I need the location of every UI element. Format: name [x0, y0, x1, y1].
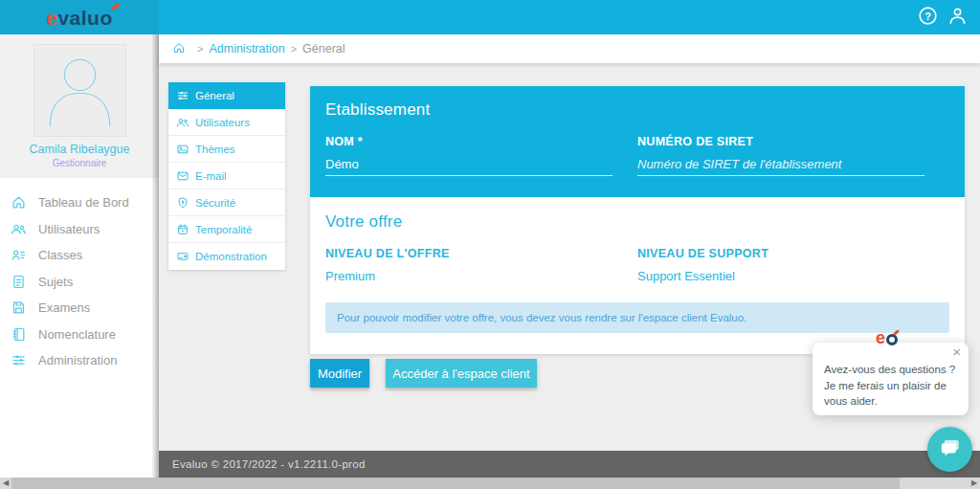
sidebar-item-classes[interactable]: Classes: [0, 242, 159, 269]
breadcrumb-separator: >: [291, 43, 297, 55]
notebook-icon: [11, 326, 27, 343]
sidebar-item-label: Sujets: [38, 275, 73, 289]
app-window: evaluo ? >Administration>Géneral Camila …: [0, 0, 980, 489]
settings-tab-utilisateurs[interactable]: Utilisateurs: [168, 109, 285, 136]
main-panel: Etablissement NOM * Démo NUMÉRO DE SIRET…: [310, 86, 965, 354]
settings-tab-label: E-mail: [195, 170, 227, 182]
sidebar-item-label: Examens: [38, 300, 90, 315]
footer-version-text: Evaluo © 2017/2022 - v1.2211.0-prod: [172, 458, 366, 470]
shield-icon: [176, 196, 189, 210]
svg-text:?: ?: [924, 11, 931, 22]
settings-submenu: GéneralUtilisateursThèmesE-mailSécuritéT…: [168, 82, 285, 270]
user-role: Gestionnaire: [0, 158, 159, 168]
account-button[interactable]: [945, 5, 970, 31]
breadcrumb-administration[interactable]: Administration: [209, 42, 284, 56]
sliders-icon: [176, 89, 189, 102]
support-level-value: Support Essentiel: [637, 269, 924, 287]
settings-tab-label: Sécurité: [195, 197, 235, 209]
offer-level-value: Premium: [325, 269, 612, 287]
logo-letter-e: e: [46, 7, 57, 29]
calendar-icon: [176, 223, 189, 236]
sidebar: Camila Ribelaygue Gestionnaire Tableau d…: [0, 34, 159, 478]
sidebar-item-label: Administration: [38, 353, 117, 367]
footer: Evaluo © 2017/2022 - v1.2211.0-prod: [159, 451, 980, 478]
home-icon: [11, 194, 27, 211]
settings-tab-label: Géneral: [195, 90, 234, 101]
chat-launcher-button[interactable]: [927, 427, 972, 472]
users-icon: [11, 221, 27, 237]
nom-label: NOM *: [325, 135, 612, 148]
settings-tab-general[interactable]: Géneral: [168, 82, 285, 109]
settings-tab-securite[interactable]: Sécurité: [168, 189, 285, 216]
breadcrumb-separator: >: [197, 43, 203, 55]
settings-tab-label: Utilisateurs: [195, 117, 250, 128]
person-card-icon: [11, 247, 27, 263]
card-icon: [176, 250, 189, 263]
account-icon: [947, 5, 969, 31]
sidebar-item-label: Classes: [38, 248, 82, 262]
settings-tab-demonstration[interactable]: Démonstration: [168, 243, 285, 270]
close-icon[interactable]: ×: [952, 345, 961, 359]
mail-icon: [176, 169, 189, 183]
eo-mini-logo: e: [876, 324, 898, 345]
image-icon: [176, 143, 189, 156]
header-actions: ?: [915, 5, 970, 31]
offer-level-label: NIVEAU DE L'OFFRE: [325, 247, 612, 260]
settings-tab-e-mail[interactable]: E-mail: [168, 163, 285, 189]
logo-accent-mark: [111, 2, 120, 10]
avatar: [33, 44, 126, 137]
sidebar-item-label: Utilisateurs: [38, 222, 100, 236]
etablissement-section: Etablissement NOM * Démo NUMÉRO DE SIRET…: [310, 86, 965, 197]
settings-tab-themes[interactable]: Thèmes: [168, 136, 285, 163]
evaluo-logo[interactable]: evaluo: [0, 0, 159, 34]
sidebar-menu: Tableau de BordUtilisateursClassesSujets…: [0, 178, 159, 374]
settings-tab-temporalite[interactable]: Temporalité: [168, 216, 285, 243]
top-header: evaluo ?: [0, 0, 980, 34]
sliders-icon: [11, 352, 27, 368]
user-name[interactable]: Camila Ribelaygue: [0, 143, 159, 156]
client-space-button[interactable]: Accéder à l'espace client: [386, 359, 537, 388]
sidebar-item-label: Tableau de Bord: [38, 195, 129, 210]
siret-input[interactable]: Numéro de SIRET de l'établissement: [637, 157, 924, 176]
sidebar-item-utilisateurs[interactable]: Utilisateurs: [0, 216, 159, 243]
home-icon: [172, 41, 186, 57]
breadcrumb: >Administration>Géneral: [159, 34, 980, 63]
evaluo-logo-text: evaluo: [46, 8, 113, 28]
sidebar-item-administration[interactable]: Administration: [0, 347, 159, 374]
sidebar-item-sujets[interactable]: Sujets: [0, 269, 159, 296]
help-button[interactable]: ?: [915, 5, 941, 31]
user-card: Camila Ribelaygue Gestionnaire: [0, 34, 159, 178]
breadcrumb-items: >Administration>Géneral: [191, 42, 345, 56]
sidebar-item-nomenclature[interactable]: Nomenclature: [0, 322, 159, 348]
save-icon: [11, 300, 27, 316]
horizontal-scrollbar[interactable]: ◀ ▶: [0, 478, 980, 489]
offre-title: Votre offre: [325, 212, 949, 232]
offre-section: Votre offre NIVEAU DE L'OFFRE Premium NI…: [310, 197, 965, 354]
scroll-left-arrow-icon[interactable]: ◀: [0, 478, 11, 489]
sidebar-item-examens[interactable]: Examens: [0, 295, 159, 322]
document-icon: [11, 274, 27, 290]
logo-letters-valu: valu: [57, 7, 100, 29]
siret-label: NUMÉRO DE SIRET: [637, 135, 924, 148]
help-icon: ?: [917, 5, 939, 31]
offer-notice: Pour pouvoir modifier votre offre, vous …: [325, 302, 949, 333]
support-level-label: NIVEAU DE SUPPORT: [637, 247, 924, 260]
users-icon: [176, 116, 189, 129]
modify-button[interactable]: Modifier: [310, 359, 369, 388]
settings-tab-label: Temporalité: [195, 224, 252, 235]
etablissement-title: Etablissement: [325, 100, 949, 120]
sidebar-item-tableau-de-bord[interactable]: Tableau de Bord: [0, 189, 159, 216]
breadcrumb-general: Géneral: [302, 42, 345, 56]
breadcrumb-home-button[interactable]: [172, 41, 186, 57]
sidebar-item-label: Nomenclature: [38, 327, 116, 342]
scrollbar-thumb[interactable]: [11, 478, 900, 489]
chat-tooltip-message: Avez-vous des questions ? Je me ferais u…: [824, 362, 959, 410]
settings-tab-label: Thèmes: [195, 144, 235, 155]
nom-input[interactable]: Démo: [325, 157, 612, 176]
chat-tooltip: e × Avez-vous des questions ? Je me fera…: [813, 343, 969, 415]
chat-bubbles-icon: [938, 435, 963, 464]
scroll-right-arrow-icon[interactable]: ▶: [969, 478, 980, 489]
settings-tab-label: Démonstration: [195, 251, 267, 262]
logo-letter-o: o: [100, 7, 112, 29]
